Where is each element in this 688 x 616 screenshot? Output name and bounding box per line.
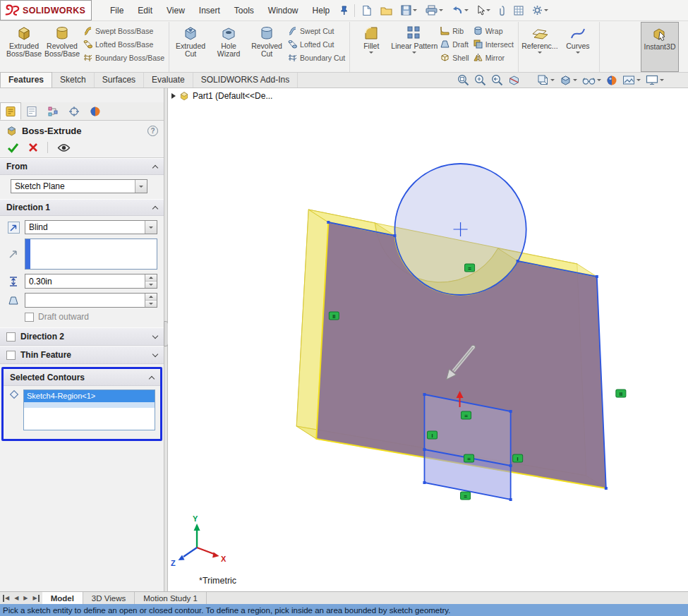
relation-equal-badge[interactable]: =	[467, 456, 471, 462]
view-orientation-button[interactable]	[537, 74, 555, 86]
depth-input[interactable]	[25, 277, 145, 286]
draft-angle-input[interactable]	[25, 296, 145, 306]
dimxpert-manager-tab[interactable]	[64, 102, 85, 120]
shell-button[interactable]: Shell	[438, 52, 471, 63]
direction1-section-header[interactable]: Direction 1	[0, 199, 164, 216]
relation-equal-badge[interactable]: =	[468, 265, 471, 272]
lofted-cut-button[interactable]: Lofted Cut	[286, 39, 347, 49]
graphics-area[interactable]: Part1 (Default<<De...	[168, 88, 688, 591]
start-condition-combo[interactable]: Sketch Plane	[11, 179, 147, 193]
selected-contours-list[interactable]: Sketch4-Region<1>	[23, 389, 155, 430]
help-icon[interactable]: ?	[147, 126, 158, 136]
rebuild-button[interactable]	[497, 4, 507, 18]
menu-edit[interactable]: Edit	[131, 3, 159, 18]
reverse-direction-icon[interactable]	[8, 222, 20, 234]
feature-manager-tab[interactable]	[21, 102, 42, 120]
edit-appearance-button[interactable]	[606, 75, 617, 86]
direction2-checkbox[interactable]	[6, 332, 16, 342]
tab-sketch[interactable]: Sketch	[52, 73, 95, 87]
tab-3d-views[interactable]: 3D Views	[83, 592, 135, 604]
mirror-button[interactable]: Mirror	[471, 52, 516, 63]
display-style-button[interactable]	[560, 74, 577, 86]
revolved-boss-base-button[interactable]: RevolvedBoss/Base	[43, 22, 81, 72]
combo-dropdown-button[interactable]	[135, 180, 147, 193]
display-manager-tab[interactable]	[85, 102, 106, 120]
new-button[interactable]	[361, 4, 373, 18]
boundary-boss-base-button[interactable]: Boundary Boss/Base	[81, 52, 167, 63]
draft-outward-checkbox[interactable]	[25, 313, 34, 322]
extruded-boss-base-button[interactable]: ExtrudedBoss/Base	[5, 22, 43, 72]
save-button[interactable]	[399, 4, 418, 17]
relation-vertical-badge[interactable]: I	[517, 456, 519, 462]
pin-menu-icon[interactable]	[339, 6, 349, 16]
direction-reference-box[interactable]	[25, 238, 157, 270]
lofted-boss-base-button[interactable]: Lofted Boss/Base	[81, 39, 167, 49]
combo-dropdown-button[interactable]	[145, 221, 157, 234]
select-button[interactable]	[476, 4, 492, 17]
hole-wizard-button[interactable]: Hole Wizard	[210, 22, 248, 72]
property-manager-tab[interactable]	[0, 102, 21, 120]
end-condition-combo[interactable]: Blind	[25, 220, 157, 234]
print-button[interactable]	[424, 4, 445, 17]
draft-angle-icon[interactable]	[8, 295, 19, 306]
menu-file[interactable]: File	[103, 3, 131, 18]
apply-scene-button[interactable]	[622, 75, 641, 85]
selected-contours-section-header[interactable]: Selected Contours	[4, 369, 160, 386]
nav-previous-button[interactable]: ◀	[13, 595, 19, 602]
relation-parallel-badge[interactable]: II	[620, 391, 622, 397]
intersect-button[interactable]: Intersect	[471, 39, 516, 49]
tab-motion-study-1[interactable]: Motion Study 1	[135, 592, 207, 604]
part-tree-root-label[interactable]: Part1 (Default<<De...	[193, 91, 272, 101]
open-button[interactable]	[379, 4, 394, 17]
spinner-buttons[interactable]	[145, 294, 157, 307]
nav-last-button[interactable]: ▶	[32, 595, 39, 602]
swept-cut-button[interactable]: Swept Cut	[286, 25, 347, 36]
relation-parallel-badge[interactable]: II	[332, 313, 335, 320]
configuration-manager-tab[interactable]	[42, 102, 64, 120]
wrap-button[interactable]: Wrap	[471, 25, 516, 36]
rib-button[interactable]: Rib	[438, 25, 471, 36]
nav-next-button[interactable]: ▶	[23, 595, 28, 602]
draft-button[interactable]: Draft	[438, 39, 471, 49]
thin-feature-checkbox[interactable]	[6, 351, 16, 360]
tab-model[interactable]: Model	[42, 592, 83, 604]
menu-view[interactable]: View	[159, 3, 192, 18]
list-item-selected[interactable]: Sketch4-Region<1>	[24, 390, 155, 402]
tab-solidworks-addins[interactable]: SOLIDWORKS Add-Ins	[193, 73, 298, 87]
menu-tools[interactable]: Tools	[227, 3, 261, 18]
revolved-cut-button[interactable]: RevolvedCut	[248, 22, 286, 72]
curves-button[interactable]: Curves	[559, 22, 597, 72]
file-properties-button[interactable]	[512, 4, 525, 17]
model-viewport[interactable]: II II = = I = I =	[168, 88, 688, 591]
tab-features[interactable]: Features	[0, 72, 52, 87]
direction2-section-header[interactable]: Direction 2	[0, 327, 164, 346]
relation-vertical-badge[interactable]: I	[431, 433, 433, 439]
menu-window[interactable]: Window	[261, 3, 306, 18]
tab-surfaces[interactable]: Surfaces	[95, 73, 144, 87]
view-settings-button[interactable]	[646, 75, 664, 85]
linear-pattern-button[interactable]: Linear Pattern	[390, 22, 438, 72]
swept-boss-base-button[interactable]: Swept Boss/Base	[81, 25, 167, 36]
zoom-fit-button[interactable]	[457, 74, 469, 86]
spinner-buttons[interactable]	[145, 274, 157, 288]
section-view-button[interactable]	[508, 74, 520, 86]
menu-insert[interactable]: Insert	[192, 3, 227, 18]
previous-view-button[interactable]	[491, 74, 503, 86]
preview-eye-button[interactable]	[57, 143, 71, 152]
zoom-area-button[interactable]	[474, 74, 486, 86]
from-section-header[interactable]: From	[0, 158, 164, 175]
tree-expander-icon[interactable]	[171, 93, 176, 99]
tab-evaluate[interactable]: Evaluate	[144, 73, 193, 87]
extruded-cut-button[interactable]: ExtrudedCut	[171, 22, 210, 72]
relation-equal-badge[interactable]: =	[464, 493, 467, 500]
fillet-button[interactable]: Fillet	[352, 22, 390, 72]
reference-geometry-button[interactable]: Referenc...	[521, 22, 559, 72]
relation-equal-badge[interactable]: =	[464, 413, 468, 419]
options-button[interactable]	[531, 4, 550, 17]
boundary-cut-button[interactable]: Boundary Cut	[286, 52, 347, 63]
nav-first-button[interactable]: ◀	[3, 595, 10, 602]
instant3d-button[interactable]: Instant3D	[641, 22, 679, 72]
cancel-button[interactable]	[28, 143, 38, 152]
ok-button[interactable]	[7, 143, 19, 153]
thin-feature-section-header[interactable]: Thin Feature	[0, 346, 164, 364]
